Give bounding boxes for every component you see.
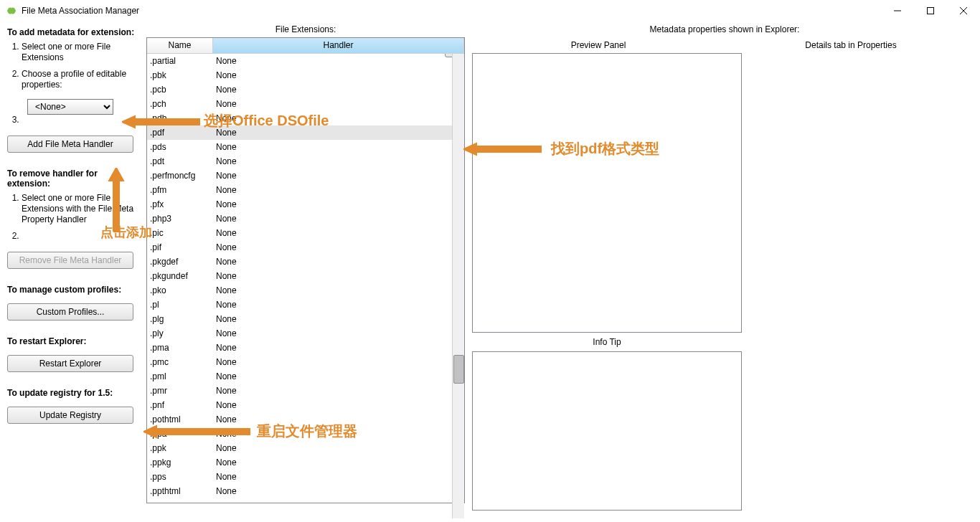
table-header: Name Handler	[147, 38, 464, 54]
table-row[interactable]: .plgNone	[147, 312, 464, 326]
table-row[interactable]: .pbkNone	[147, 68, 464, 82]
extension-name: .pdt	[147, 156, 213, 166]
column-handler[interactable]: Handler	[213, 38, 464, 53]
extension-handler: None	[213, 171, 464, 181]
extension-handler: None	[213, 271, 464, 281]
table-row[interactable]: .pfmNone	[147, 183, 464, 197]
table-row[interactable]: .perfmoncfgNone	[147, 169, 464, 183]
info-tip-box	[472, 351, 742, 511]
table-row[interactable]: .php3None	[147, 212, 464, 226]
table-row[interactable]: .partialNone	[147, 54, 464, 68]
update-registry-button[interactable]: Update Registry	[7, 407, 133, 424]
metadata-properties-label: Metadata properties shown in Explorer:	[472, 22, 977, 37]
table-row[interactable]: .ppkNone	[147, 441, 464, 455]
right-panel: Metadata properties shown in Explorer: P…	[465, 22, 977, 522]
left-panel: To add metadata for extension: Select on…	[3, 22, 146, 522]
extension-name: .ppk	[147, 443, 213, 453]
table-row[interactable]: .pdsNone	[147, 140, 464, 154]
table-row[interactable]: .ppthtmlNone	[147, 484, 464, 498]
table-row[interactable]: .ppsNone	[147, 470, 464, 484]
extension-handler: None	[213, 142, 464, 152]
extension-name: .pds	[147, 142, 213, 152]
table-row[interactable]: .pmaNone	[147, 341, 464, 355]
table-row[interactable]: .pmcNone	[147, 355, 464, 369]
update-registry-heading: To update registry for 1.5:	[7, 388, 142, 398]
minimize-button[interactable]	[881, 0, 914, 22]
extension-handler: None	[213, 400, 464, 410]
extension-handler: None	[213, 185, 464, 195]
extension-handler: None	[213, 429, 464, 439]
table-row[interactable]: .picNone	[147, 226, 464, 240]
extension-name: .pmc	[147, 357, 213, 367]
extensions-table[interactable]: Name Handler .partialNone.pbkNone.pcbNon…	[146, 37, 465, 503]
table-row[interactable]: .pdtNone	[147, 154, 464, 169]
extension-name: .pdf	[147, 128, 213, 138]
table-row[interactable]: .pkgdefNone	[147, 255, 464, 269]
column-name[interactable]: Name	[147, 38, 213, 53]
table-row[interactable]: .pdfNone	[147, 125, 464, 140]
table-row[interactable]: .pdbNone	[147, 111, 464, 125]
close-button[interactable]	[947, 0, 980, 22]
table-row[interactable]: .plNone	[147, 298, 464, 312]
maximize-button[interactable]	[914, 0, 947, 22]
table-row[interactable]: .pcbNone	[147, 82, 464, 97]
extension-name: .pfm	[147, 185, 213, 195]
table-row[interactable]: .pothtmlNone	[147, 412, 464, 427]
table-row[interactable]: .pmrNone	[147, 384, 464, 398]
extension-name: .ply	[147, 328, 213, 338]
extension-name: .pko	[147, 285, 213, 295]
extension-handler: None	[213, 85, 464, 95]
extension-handler: None	[213, 128, 464, 138]
window-buttons	[881, 0, 980, 22]
add-file-meta-handler-button[interactable]: Add File Meta Handler	[7, 136, 133, 153]
add-step-2: Choose a profile of editable properties:	[22, 69, 142, 90]
extension-handler: None	[213, 113, 464, 123]
remove-file-meta-handler-button: Remove File Meta Handler	[7, 252, 133, 269]
remove-handler-heading: To remove handler for extension:	[7, 169, 142, 189]
extension-handler: None	[213, 285, 464, 295]
restart-explorer-heading: To restart Explorer:	[7, 336, 142, 346]
preview-panel-box	[472, 53, 742, 333]
table-row[interactable]: .pnfNone	[147, 398, 464, 412]
table-row[interactable]: .pkoNone	[147, 283, 464, 298]
extension-name: .pdb	[147, 113, 213, 123]
middle-panel: File Extensions: Name Handler .partialNo…	[146, 22, 465, 522]
details-tab-heading: Details tab in Properties	[725, 37, 977, 53]
extension-handler: None	[213, 357, 464, 367]
remove-step-1: Select one or more File Extensions with …	[22, 193, 142, 225]
scroll-thumb[interactable]	[453, 355, 464, 384]
extension-handler: None	[213, 228, 464, 238]
table-row[interactable]: .pifNone	[147, 240, 464, 255]
extension-handler: None	[213, 242, 464, 252]
table-row[interactable]: .pfxNone	[147, 197, 464, 212]
table-body[interactable]: .partialNone.pbkNone.pcbNone.pchNone.pdb…	[147, 54, 464, 503]
extension-name: .partial	[147, 56, 213, 66]
window-title: File Meta Association Manager	[22, 6, 139, 16]
extension-name: .pmr	[147, 386, 213, 396]
extension-name: .pkgundef	[147, 271, 213, 281]
extension-name: .ppa	[147, 429, 213, 439]
extension-handler: None	[213, 300, 464, 310]
table-row[interactable]: .pkgundefNone	[147, 269, 464, 283]
extension-name: .pkgdef	[147, 257, 213, 267]
extension-handler: None	[213, 56, 464, 66]
extension-handler: None	[213, 472, 464, 482]
extension-handler: None	[213, 257, 464, 267]
extension-handler: None	[213, 99, 464, 109]
info-tip-heading: Info Tip	[472, 333, 742, 351]
add-step-3	[22, 115, 142, 125]
extension-name: .pch	[147, 99, 213, 109]
table-row[interactable]: .plyNone	[147, 326, 464, 341]
scrollbar[interactable]	[452, 54, 464, 518]
extension-handler: None	[213, 371, 464, 381]
table-row[interactable]: .ppkgNone	[147, 455, 464, 470]
extension-handler: None	[213, 156, 464, 166]
table-row[interactable]: .pmlNone	[147, 369, 464, 384]
table-row[interactable]: .ppaNone	[147, 427, 464, 441]
restart-explorer-button[interactable]: Restart Explorer	[7, 355, 133, 372]
table-row[interactable]: .pchNone	[147, 97, 464, 111]
custom-profiles-button[interactable]: Custom Profiles...	[7, 303, 133, 321]
profile-select[interactable]: <None>	[27, 99, 113, 115]
extension-name: .pnf	[147, 400, 213, 410]
extension-name: .pl	[147, 300, 213, 310]
